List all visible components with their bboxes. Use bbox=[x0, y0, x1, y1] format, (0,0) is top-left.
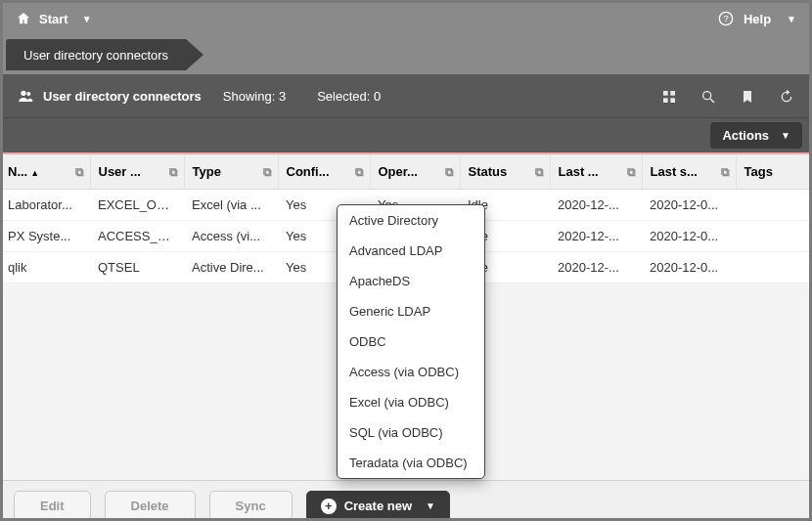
search-icon[interactable] bbox=[700, 87, 716, 105]
svg-point-3 bbox=[26, 92, 30, 96]
chevron-down-icon: ▼ bbox=[787, 14, 796, 24]
cell-lasts: 2020-12-0... bbox=[642, 252, 736, 283]
dropdown-item[interactable]: Active Directory bbox=[338, 205, 484, 236]
filter-icon[interactable]: ⧉ bbox=[75, 165, 84, 179]
selected-label: Selected: 0 bbox=[317, 89, 381, 104]
cell-tags bbox=[736, 252, 812, 283]
col-last[interactable]: Last ...⧉ bbox=[550, 154, 642, 190]
dropdown-item[interactable]: SQL (via ODBC) bbox=[338, 417, 484, 448]
filter-icon[interactable]: ⧉ bbox=[535, 165, 544, 179]
chevron-down-icon: ▼ bbox=[82, 14, 92, 24]
cell-type: Access (vi... bbox=[184, 221, 278, 252]
people-icon bbox=[18, 88, 33, 105]
cell-tags bbox=[736, 190, 812, 221]
create-label: Create new bbox=[344, 499, 412, 513]
svg-rect-6 bbox=[663, 98, 668, 103]
filter-icon[interactable]: ⧉ bbox=[355, 165, 364, 179]
actions-label: Actions bbox=[722, 128, 769, 143]
chevron-down-icon: ▼ bbox=[781, 130, 790, 141]
edit-button[interactable]: Edit bbox=[14, 491, 91, 521]
bookmark-icon[interactable] bbox=[740, 87, 755, 105]
svg-text:?: ? bbox=[723, 15, 728, 24]
create-new-button[interactable]: + Create new ▼ bbox=[306, 491, 450, 522]
breadcrumb[interactable]: User directory connectors bbox=[6, 39, 186, 70]
topbar: Start ▼ ? Help ▼ bbox=[0, 0, 812, 37]
svg-rect-7 bbox=[670, 98, 675, 103]
col-config[interactable]: Confi...⧉ bbox=[278, 154, 370, 190]
dropdown-item[interactable]: Generic LDAP bbox=[338, 296, 484, 326]
dropdown-item[interactable]: Advanced LDAP bbox=[338, 236, 484, 266]
filter-icon[interactable]: ⧉ bbox=[721, 165, 730, 179]
dropdown-item[interactable]: Teradata (via ODBC) bbox=[338, 448, 484, 478]
svg-rect-4 bbox=[663, 91, 668, 96]
help-icon: ? bbox=[718, 11, 734, 27]
svg-line-9 bbox=[710, 99, 714, 103]
showing-label: Showing: 3 bbox=[223, 89, 286, 104]
filter-icon[interactable]: ⧉ bbox=[445, 165, 454, 179]
cell-type: Active Dire... bbox=[184, 252, 278, 283]
home-icon bbox=[16, 11, 31, 27]
page-title: User directory connectors bbox=[43, 89, 202, 104]
cell-lasts: 2020-12-0... bbox=[642, 221, 736, 252]
footer: Edit Delete Sync + Create new ▼ bbox=[0, 480, 812, 521]
dropdown-item[interactable]: Excel (via ODBC) bbox=[338, 387, 484, 417]
help-label: Help bbox=[744, 12, 771, 26]
cell-last: 2020-12-... bbox=[550, 190, 642, 221]
col-oper[interactable]: Oper...⧉ bbox=[370, 154, 460, 190]
col-lasts[interactable]: Last s...⧉ bbox=[642, 154, 736, 190]
section-header: User directory connectors Showing: 3 Sel… bbox=[0, 74, 812, 117]
svg-rect-5 bbox=[670, 91, 675, 96]
cell-type: Excel (via ... bbox=[184, 190, 278, 221]
cell-name: qlik bbox=[0, 252, 90, 283]
col-user[interactable]: User ...⧉ bbox=[90, 154, 184, 190]
col-tags[interactable]: Tags bbox=[736, 154, 812, 190]
start-menu[interactable]: Start ▼ bbox=[16, 11, 92, 27]
start-label: Start bbox=[39, 12, 68, 26]
actions-row: Actions ▼ bbox=[0, 117, 812, 152]
cell-lasts: 2020-12-0... bbox=[642, 190, 736, 221]
help-menu[interactable]: ? Help ▼ bbox=[718, 11, 796, 27]
cell-tags bbox=[736, 221, 812, 252]
filter-icon[interactable]: ⧉ bbox=[169, 165, 178, 179]
filter-icon[interactable]: ⧉ bbox=[263, 165, 272, 179]
cell-last: 2020-12-... bbox=[550, 221, 642, 252]
dropdown-item[interactable]: ApacheDS bbox=[338, 266, 484, 296]
filter-icon[interactable]: ⧉ bbox=[627, 165, 636, 179]
delete-button[interactable]: Delete bbox=[105, 491, 196, 521]
cell-name: Laborator... bbox=[0, 190, 90, 221]
create-new-dropdown[interactable]: Active DirectoryAdvanced LDAPApacheDSGen… bbox=[337, 204, 485, 479]
plus-icon: + bbox=[321, 499, 337, 514]
cell-name: PX Syste... bbox=[0, 221, 90, 252]
svg-point-2 bbox=[21, 91, 25, 96]
breadcrumb-bar: User directory connectors bbox=[0, 37, 812, 74]
sort-asc-icon: ▲ bbox=[30, 168, 39, 178]
col-name[interactable]: N...▲⧉ bbox=[0, 154, 90, 190]
cell-user: QTSEL bbox=[90, 252, 184, 283]
dropdown-item[interactable]: Access (via ODBC) bbox=[338, 357, 484, 387]
cell-user: ACCESS_O... bbox=[90, 221, 184, 252]
col-type[interactable]: Type⧉ bbox=[184, 154, 278, 190]
cell-last: 2020-12-... bbox=[550, 252, 642, 283]
dropdown-item[interactable]: ODBC bbox=[338, 326, 484, 357]
actions-button[interactable]: Actions ▼ bbox=[710, 122, 802, 149]
chevron-down-icon: ▼ bbox=[426, 500, 435, 511]
col-status[interactable]: Status⧉ bbox=[460, 154, 550, 190]
refresh-icon[interactable] bbox=[779, 87, 794, 105]
cell-user: EXCEL_OD... bbox=[90, 190, 184, 221]
column-selector-icon[interactable] bbox=[661, 87, 677, 105]
breadcrumb-label: User directory connectors bbox=[23, 48, 168, 63]
svg-point-8 bbox=[703, 91, 711, 99]
sync-button[interactable]: Sync bbox=[209, 491, 293, 521]
